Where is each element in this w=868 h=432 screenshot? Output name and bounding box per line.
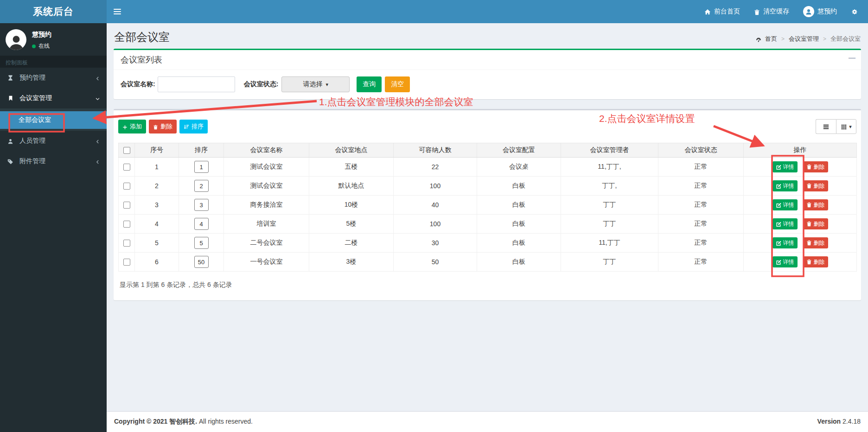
main-content: 全部会议室 首页 > 会议室管理 > 全部会议室 会议室列表 — 会议室名称: … xyxy=(107,23,868,411)
sort-order-input[interactable] xyxy=(194,256,209,268)
cell-manager: 丁丁 xyxy=(561,253,658,272)
detail-button[interactable]: 详情 xyxy=(772,218,798,229)
cell-capacity: 100 xyxy=(394,177,477,196)
search-button[interactable]: 查询 xyxy=(357,76,382,92)
row-checkbox[interactable] xyxy=(123,202,130,209)
view-toggle-group: ▾ xyxy=(816,119,856,134)
grid-view-button[interactable]: ▾ xyxy=(836,119,856,134)
cell-seq: 3 xyxy=(135,196,179,215)
tags-icon xyxy=(6,159,14,165)
cell-room-name: 一号会议室 xyxy=(224,253,309,272)
sort-order-input[interactable] xyxy=(194,237,209,249)
trash-icon xyxy=(153,123,158,130)
cell-seq: 4 xyxy=(135,215,179,234)
breadcrumb-parent[interactable]: 会议室管理 xyxy=(789,35,819,43)
breadcrumb-home[interactable]: 首页 xyxy=(765,35,777,43)
collapse-panel-button[interactable]: — xyxy=(849,54,855,62)
row-delete-button[interactable]: 删除 xyxy=(803,237,828,248)
select-all-header xyxy=(119,143,135,158)
row-delete-button[interactable]: 删除 xyxy=(803,180,828,191)
online-status-dot xyxy=(32,44,36,48)
sort-order-input[interactable] xyxy=(194,180,209,192)
cell-config: 白板 xyxy=(477,215,561,234)
cell-location: 3楼 xyxy=(309,253,394,272)
detail-button[interactable]: 详情 xyxy=(772,180,798,191)
record-summary: 显示第 1 到第 6 条记录，总共 6 条记录 xyxy=(118,281,856,289)
sort-button[interactable]: 排序 xyxy=(179,120,208,133)
cell-status: 正常 xyxy=(658,253,744,272)
cell-seq: 2 xyxy=(135,177,179,196)
user-avatar[interactable] xyxy=(6,29,26,50)
sidebar-section-label: 控制面板 xyxy=(0,56,107,68)
caret-down-icon: ▾ xyxy=(326,82,329,88)
sort-order-input[interactable] xyxy=(194,161,209,173)
delete-button[interactable]: 删除 xyxy=(149,120,177,133)
cell-manager: 11,丁丁 xyxy=(561,234,658,253)
cell-config: 会议桌 xyxy=(477,158,561,177)
meeting-room-table: 序号排序会议室名称会议室地点可容纳人数会议室配置会议室管理者会议室状态操作 1测… xyxy=(118,143,857,272)
trash-icon xyxy=(754,8,760,15)
row-delete-button[interactable]: 删除 xyxy=(803,256,828,267)
version-info: Version 2.4.18 xyxy=(817,418,861,425)
copyright: Copyright © 2021 智创科技. xyxy=(114,418,197,425)
row-checkbox[interactable] xyxy=(123,259,130,266)
frontend-home-link[interactable]: 前台首页 xyxy=(697,0,747,23)
dashboard-icon xyxy=(755,35,762,42)
column-header: 会议室地点 xyxy=(309,143,394,158)
cell-capacity: 100 xyxy=(394,215,477,234)
detail-button[interactable]: 详情 xyxy=(772,161,798,172)
table-row: 4培训室5楼100白板丁丁正常详情删除 xyxy=(119,215,857,234)
row-delete-button[interactable]: 删除 xyxy=(803,199,828,210)
room-name-input[interactable] xyxy=(158,76,235,92)
brand-logo[interactable]: 系统后台 xyxy=(0,0,107,23)
sort-order-input[interactable] xyxy=(194,218,209,230)
row-delete-button[interactable]: 删除 xyxy=(803,161,828,172)
cell-config: 白板 xyxy=(477,196,561,215)
cell-status: 正常 xyxy=(658,215,744,234)
grid-view-icon xyxy=(841,123,847,130)
caret-down-icon: ▾ xyxy=(849,124,852,130)
sidebar-item-all-meetingrooms[interactable]: 全部会议室 xyxy=(0,111,107,129)
room-status-select[interactable]: 请选择 ▾ xyxy=(281,76,350,92)
sort-order-input[interactable] xyxy=(194,199,209,211)
column-header: 会议室配置 xyxy=(477,143,561,158)
detail-button[interactable]: 详情 xyxy=(772,237,798,248)
row-checkbox[interactable] xyxy=(123,240,130,247)
column-header: 排序 xyxy=(179,143,224,158)
cell-config: 白板 xyxy=(477,253,561,272)
cell-location: 10楼 xyxy=(309,196,394,215)
add-button[interactable]: 添加 xyxy=(118,120,146,133)
table-body: 1测试会议室五楼22会议桌11,丁丁,正常详情删除2测试会议室默认地点100白板… xyxy=(119,158,857,272)
cell-manager: 丁丁, xyxy=(561,177,658,196)
cell-status: 正常 xyxy=(658,158,744,177)
clear-cache-link[interactable]: 清空缓存 xyxy=(747,0,796,23)
chevron-left-icon xyxy=(95,158,100,165)
sidebar-item-meetingroom-mgmt[interactable]: 会议室管理 xyxy=(0,88,107,108)
row-delete-button[interactable]: 删除 xyxy=(803,218,828,229)
row-checkbox[interactable] xyxy=(123,164,130,171)
settings-menu[interactable] xyxy=(844,0,865,23)
chevron-down-icon xyxy=(95,95,100,102)
cell-actions: 详情删除 xyxy=(744,177,857,196)
row-checkbox[interactable] xyxy=(123,183,130,190)
row-checkbox[interactable] xyxy=(123,221,130,228)
sidebar-item-reservation-mgmt[interactable]: 预约管理 xyxy=(0,68,107,88)
table-row: 6一号会议室3楼50白板丁丁正常详情删除 xyxy=(119,253,857,272)
clear-button[interactable]: 清空 xyxy=(385,76,410,92)
column-header: 操作 xyxy=(744,143,857,158)
sidebar-user-status: 在线 xyxy=(32,42,51,50)
user-menu[interactable]: 慧预约 xyxy=(796,0,844,23)
select-all-checkbox[interactable] xyxy=(123,147,130,154)
sidebar-item-personnel-mgmt[interactable]: 人员管理 xyxy=(0,131,107,151)
table-row: 2测试会议室默认地点100白板丁丁,正常详情删除 xyxy=(119,177,857,196)
detail-button[interactable]: 详情 xyxy=(772,256,798,267)
sidebar-item-attachment-mgmt[interactable]: 附件管理 xyxy=(0,151,107,172)
table-row: 5二号会议室二楼30白板11,丁丁正常详情删除 xyxy=(119,234,857,253)
column-header: 可容纳人数 xyxy=(394,143,477,158)
list-view-button[interactable] xyxy=(816,119,836,134)
cell-seq: 1 xyxy=(135,158,179,177)
sidebar-toggle-button[interactable] xyxy=(107,0,128,23)
table-toolbar: 添加 删除 排序 xyxy=(118,119,856,134)
detail-button[interactable]: 详情 xyxy=(772,199,798,210)
cell-room-name: 测试会议室 xyxy=(224,177,309,196)
